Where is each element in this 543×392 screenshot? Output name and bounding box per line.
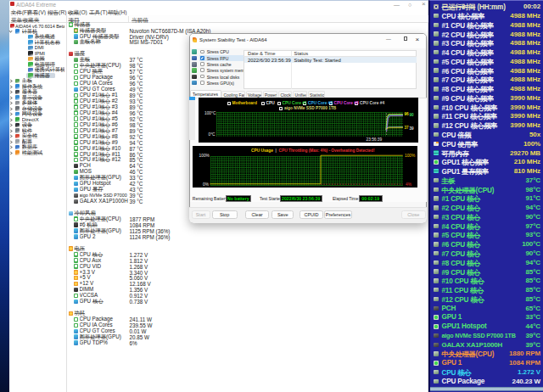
svg-text:37: 37 <box>404 125 409 129</box>
svg-text:39: 39 <box>409 126 414 130</box>
svg-text:90: 90 <box>409 113 414 117</box>
svg-text:96: 96 <box>404 112 409 116</box>
